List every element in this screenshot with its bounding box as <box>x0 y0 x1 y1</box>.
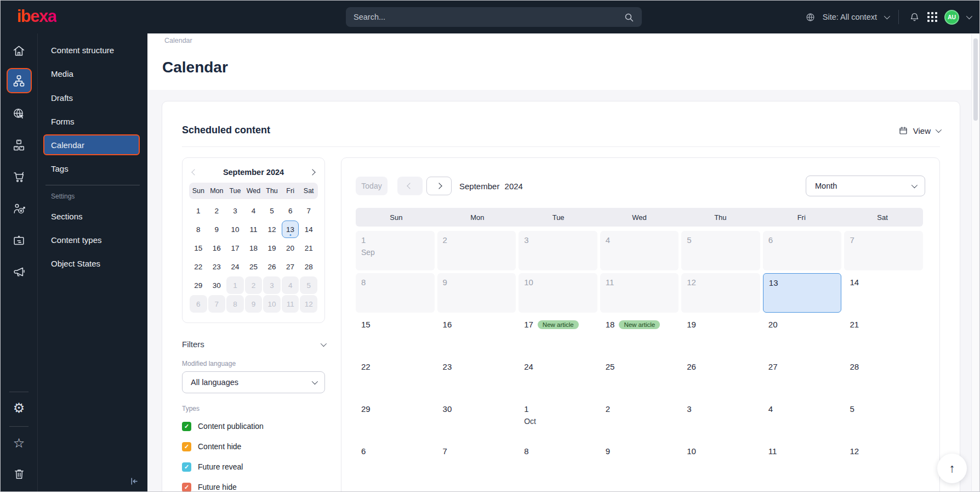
mini-day-cell[interactable]: 1 <box>226 276 244 294</box>
site-icon[interactable] <box>8 102 31 125</box>
day-cell[interactable]: 29 <box>356 400 435 439</box>
sidebar-item[interactable]: Media <box>43 63 140 84</box>
day-cell[interactable]: 3 <box>519 231 597 270</box>
sidebar-item[interactable]: Object States <box>43 253 140 274</box>
mini-day-cell[interactable]: 3 <box>226 202 244 219</box>
mini-day-cell[interactable]: 7 <box>208 295 226 313</box>
day-cell[interactable]: 18 New article <box>600 315 679 355</box>
checkbox-checked-icon[interactable] <box>182 442 191 451</box>
day-cell[interactable]: 15 <box>356 315 435 355</box>
day-cell[interactable]: 4 <box>600 231 679 270</box>
search-icon[interactable] <box>624 12 634 22</box>
mini-day-cell[interactable]: 30 <box>208 276 226 294</box>
mini-day-cell[interactable]: 22 <box>190 258 207 275</box>
checkbox-checked-icon[interactable] <box>182 462 191 472</box>
sidebar-item[interactable]: Drafts <box>43 87 140 108</box>
next-month-button[interactable] <box>426 177 452 195</box>
event-badge[interactable]: New article <box>619 320 660 329</box>
view-dropdown[interactable]: View <box>898 126 940 135</box>
mini-day-cell[interactable]: 8 <box>190 220 207 238</box>
day-cell[interactable]: 2 <box>437 231 516 270</box>
mini-day-cell[interactable]: 11 <box>245 220 263 238</box>
mini-day-cell[interactable]: 1 <box>190 202 207 219</box>
day-cell[interactable]: 5 <box>681 231 760 270</box>
vertical-scrollbar[interactable] <box>971 34 979 491</box>
mini-day-cell[interactable]: 9 <box>245 295 263 313</box>
mini-next-month-icon[interactable] <box>309 169 315 175</box>
bookmarks-star-icon[interactable]: ☆ <box>8 432 31 455</box>
mini-day-cell[interactable]: 20 <box>282 239 299 257</box>
day-cell[interactable]: 9 <box>437 273 516 313</box>
product-catalog-icon[interactable] <box>8 133 31 156</box>
mini-day-cell[interactable]: 7 <box>300 202 317 219</box>
mini-day-cell[interactable]: 10 <box>263 295 281 313</box>
day-cell[interactable]: 17 New article <box>519 315 597 355</box>
commerce-cart-icon[interactable] <box>8 165 31 188</box>
day-cell[interactable]: 8 <box>356 273 435 313</box>
day-cell[interactable]: 12 <box>681 273 760 313</box>
id-badge-icon[interactable] <box>8 228 31 251</box>
day-cell[interactable]: 22 <box>356 358 435 397</box>
day-cell[interactable]: 14 <box>844 273 923 313</box>
mini-day-cell[interactable]: 25 <box>245 258 263 275</box>
language-select[interactable]: All languages <box>182 371 325 393</box>
trash-icon[interactable] <box>8 462 31 485</box>
mini-day-cell[interactable]: 18 <box>245 239 263 257</box>
day-cell[interactable]: 25 <box>600 358 679 397</box>
prev-month-button[interactable] <box>397 177 423 195</box>
day-cell[interactable]: 19 <box>681 315 760 355</box>
day-cell[interactable]: 16 <box>437 315 516 355</box>
checkbox-checked-icon[interactable] <box>182 483 191 492</box>
mini-day-cell[interactable]: 4 <box>282 276 299 294</box>
mini-day-cell[interactable]: 17 <box>226 239 244 257</box>
mini-day-cell[interactable]: 14 <box>300 220 317 238</box>
mini-prev-month-icon[interactable] <box>191 169 197 175</box>
mini-day-cell[interactable]: 19 <box>263 239 281 257</box>
mini-day-cell[interactable]: 24 <box>226 258 244 275</box>
day-cell[interactable]: 6 <box>763 231 842 270</box>
scrollbar-thumb[interactable] <box>973 38 978 121</box>
mini-day-cell[interactable]: 29 <box>190 276 207 294</box>
mini-day-cell[interactable]: 8 <box>226 295 244 313</box>
site-context-selector[interactable]: Site: All context <box>823 13 877 21</box>
mini-day-cell[interactable]: 11 <box>282 295 299 313</box>
day-cell[interactable]: 6 <box>356 442 435 482</box>
day-cell[interactable]: 7 <box>844 231 923 270</box>
mini-day-cell[interactable]: 15 <box>190 239 207 257</box>
mini-day-cell[interactable]: 3 <box>263 276 281 294</box>
sidebar-item[interactable]: Content types <box>43 229 140 250</box>
filters-toggle[interactable]: Filters <box>182 340 325 349</box>
scroll-to-top-button[interactable]: ↑ <box>937 454 967 483</box>
day-cell[interactable]: 21 <box>844 315 923 355</box>
day-cell[interactable]: 1 Oct <box>519 400 597 439</box>
day-cell[interactable]: 4 <box>763 400 842 439</box>
checkbox-checked-icon[interactable] <box>182 422 191 431</box>
sidebar-item[interactable]: Content structure <box>43 39 140 60</box>
mini-day-cell[interactable]: 10 <box>226 220 244 238</box>
sidebar-item[interactable]: Tags <box>43 158 140 179</box>
mini-day-cell[interactable]: 26 <box>263 258 281 275</box>
event-badge[interactable]: New article <box>538 320 579 329</box>
app-switcher-grid-icon[interactable] <box>927 12 937 22</box>
mini-day-cell[interactable]: 23 <box>208 258 226 275</box>
day-cell[interactable]: 11 <box>763 442 842 482</box>
day-cell[interactable]: 8 <box>519 442 597 482</box>
mini-day-cell[interactable]: 12 <box>263 220 281 238</box>
sidebar-collapse-icon[interactable] <box>129 477 139 486</box>
day-cell[interactable]: 27 <box>763 358 842 397</box>
mini-day-cell[interactable]: 5 <box>263 202 281 219</box>
mini-day-cell[interactable]: 6 <box>282 202 299 219</box>
notifications-bell-icon[interactable] <box>909 12 920 23</box>
day-cell[interactable]: 7 <box>437 442 516 482</box>
mini-day-cell[interactable]: 9 <box>208 220 226 238</box>
mini-day-cell[interactable]: 21 <box>300 239 317 257</box>
home-icon[interactable] <box>8 39 31 62</box>
sidebar-item[interactable]: Sections <box>43 206 140 227</box>
day-cell[interactable]: 2 <box>600 400 679 439</box>
content-structure-icon[interactable] <box>7 68 32 93</box>
view-mode-select[interactable]: Month <box>806 176 925 196</box>
ibexa-logo[interactable]: ibexa <box>17 7 56 26</box>
sidebar-item[interactable]: Forms <box>43 111 140 132</box>
day-cell[interactable]: 23 <box>437 358 516 397</box>
personalization-target-icon[interactable] <box>8 197 31 220</box>
